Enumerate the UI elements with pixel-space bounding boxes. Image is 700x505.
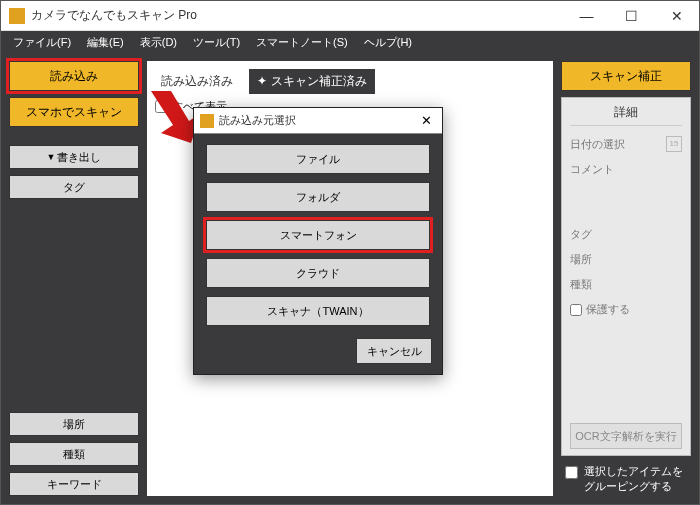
menubar: ファイル(F) 編集(E) 表示(D) ツール(T) スマートノート(S) ヘル… [1,31,699,53]
option-folder[interactable]: フォルダ [206,182,430,212]
cancel-button[interactable]: キャンセル [356,338,432,364]
sparkle-icon: ✦ [257,74,267,88]
tab-scan-corrected[interactable]: ✦ スキャン補正済み [249,69,375,94]
detail-panel: 詳細 日付の選択 15 コメント タグ 場所 種類 保護する OCR文字解析を実… [561,97,691,456]
window-title: カメラでなんでもスキャン Pro [31,7,564,24]
option-cloud[interactable]: クラウド [206,258,430,288]
load-button[interactable]: 読み込み [9,61,139,91]
calendar-icon[interactable]: 15 [666,136,682,152]
smartphone-scan-button[interactable]: スマホでスキャン [9,97,139,127]
menu-file[interactable]: ファイル(F) [7,33,77,52]
tag-label: タグ [570,227,682,242]
dialog-close-button[interactable]: ✕ [416,113,436,128]
left-sidebar: 読み込み スマホでスキャン 書き出し タグ 場所 種類 キーワード [9,61,139,496]
close-button[interactable]: ✕ [654,1,699,30]
tab-loaded[interactable]: 読み込み済み [153,69,241,94]
protect-input[interactable] [570,304,582,316]
kind-section[interactable]: 種類 [9,442,139,466]
menu-edit[interactable]: 編集(E) [81,33,130,52]
menu-tool[interactable]: ツール(T) [187,33,246,52]
protect-checkbox[interactable]: 保護する [570,302,682,317]
maximize-button[interactable]: ☐ [609,1,654,30]
option-smartphone[interactable]: スマートフォン [206,220,430,250]
titlebar: カメラでなんでもスキャン Pro ― ☐ ✕ [1,1,699,31]
date-select-label: 日付の選択 [570,137,625,152]
dialog-icon [200,114,214,128]
group-checkbox[interactable]: 選択したアイテムをグルーピングする [561,462,691,496]
export-section-toggle[interactable]: 書き出し [9,145,139,169]
menu-view[interactable]: 表示(D) [134,33,183,52]
minimize-button[interactable]: ― [564,1,609,30]
keyword-section[interactable]: キーワード [9,472,139,496]
tab-scan-corrected-label: スキャン補正済み [271,73,367,90]
show-all-input[interactable] [155,100,168,113]
menu-help[interactable]: ヘルプ(H) [358,33,418,52]
tag-section[interactable]: タグ [9,175,139,199]
group-label: 選択したアイテムをグルーピングする [584,464,687,494]
comment-label: コメント [570,162,682,177]
app-icon [9,8,25,24]
protect-label: 保護する [586,302,630,317]
menu-smartnote[interactable]: スマートノート(S) [250,33,354,52]
ocr-button[interactable]: OCR文字解析を実行 [570,423,682,449]
source-select-dialog: 読み込み元選択 ✕ ファイル フォルダ スマートフォン クラウド スキャナ（TW… [193,107,443,375]
scan-fix-button[interactable]: スキャン補正 [561,61,691,91]
right-sidebar: スキャン補正 詳細 日付の選択 15 コメント タグ 場所 種類 保護する OC… [561,61,691,496]
group-input[interactable] [565,466,578,479]
place-label: 場所 [570,252,682,267]
kind-label: 種類 [570,277,682,292]
option-scanner[interactable]: スキャナ（TWAIN） [206,296,430,326]
option-file[interactable]: ファイル [206,144,430,174]
dialog-title: 読み込み元選択 [219,113,416,128]
detail-header: 詳細 [570,104,682,126]
place-section[interactable]: 場所 [9,412,139,436]
